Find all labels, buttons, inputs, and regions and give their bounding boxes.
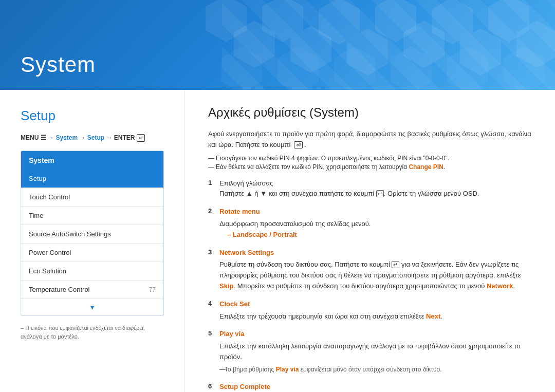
main-content: Setup MENU ☰ → System → Setup → ENTER ↵ …: [0, 90, 555, 392]
step-6-num: 6: [208, 382, 219, 390]
step-3-title: Network Settings: [219, 248, 532, 258]
skip-link[interactable]: Skip: [219, 282, 233, 290]
step-6-title: Setup Complete: [219, 382, 532, 392]
nav-item-setup[interactable]: Setup: [21, 170, 163, 188]
step-5-num: 5: [208, 329, 219, 337]
step-2-num: 2: [208, 207, 219, 215]
play-via-note-link[interactable]: Play via: [276, 366, 299, 373]
step-2-text: Διαμόρφωση προσανατολισμού της σελίδας μ…: [219, 219, 532, 230]
content-heading: Αρχικές ρυθμίσεις (System): [208, 105, 532, 120]
breadcrumb-enter: ENTER ↵: [114, 134, 145, 141]
step-4: 4 Clock Set Επιλέξτε την τρέχουσα ημερομ…: [208, 299, 532, 322]
nav-item-eco-solution[interactable]: Eco Solution: [21, 262, 163, 281]
step-6-content: Setup Complete Congratulations! Setup is…: [219, 382, 532, 392]
change-pin-link[interactable]: Change PIN: [409, 163, 443, 171]
step-4-text: Επιλέξτε την τρέχουσα ημερομηνία και ώρα…: [219, 311, 532, 322]
step-3: 3 Network Settings Ρυθμίστε τη σύνδεση τ…: [208, 248, 532, 292]
step-3-text: Ρυθμίστε τη σύνδεση του δικτύου σας. Πατ…: [219, 259, 532, 291]
step-2-title: Rotate menu: [219, 207, 532, 217]
left-footnote: – Η εικόνα που εμφανίζεται ενδέχεται να …: [21, 324, 164, 341]
step-3-content: Network Settings Ρυθμίστε τη σύνδεση του…: [219, 248, 532, 292]
step-2: 2 Rotate menu Διαμόρφωση προσανατολισμού…: [208, 207, 532, 240]
step-6: 6 Setup Complete Congratulations! Setup …: [208, 382, 532, 392]
header-banner: System: [0, 0, 555, 90]
step-4-content: Clock Set Επιλέξτε την τρέχουσα ημερομην…: [219, 299, 532, 322]
step-5-note: Το βήμα ρύθμισης Play via εμφανίζεται μό…: [219, 365, 532, 375]
breadcrumb: MENU ☰ → System → Setup → ENTER ↵: [21, 134, 164, 141]
right-panel: Αρχικές ρυθμίσεις (System) Αφού ενεργοπο…: [185, 90, 555, 392]
step-3-num: 3: [208, 248, 219, 256]
next-link[interactable]: Next: [426, 312, 440, 320]
nav-item-touch-control[interactable]: Touch Control: [21, 188, 163, 207]
step-5: 5 Play via Επιλέξτε την κατάλληλη λειτου…: [208, 329, 532, 375]
nav-menu: System Setup Touch Control Time Source A…: [21, 151, 164, 316]
network-link[interactable]: Network: [487, 282, 513, 290]
breadcrumb-menu-icon: ☰: [41, 134, 48, 141]
step-2-sub: – Landscape / Portrait: [227, 230, 532, 240]
step-5-title: Play via: [219, 329, 532, 340]
step-5-text: Επιλέξτε την κατάλληλη λειτουργία αναπαρ…: [219, 341, 532, 363]
pin-note-1: Εισαγάγετε τον κωδικό PIN 4 ψηφίων. Ο πρ…: [208, 155, 532, 162]
step-2-content: Rotate menu Διαμόρφωση προσανατολισμού τ…: [219, 207, 532, 240]
nav-item-power-control[interactable]: Power Control: [21, 244, 163, 262]
breadcrumb-setup[interactable]: Setup: [87, 134, 104, 141]
breadcrumb-system[interactable]: System: [55, 134, 78, 141]
nav-item-time[interactable]: Time: [21, 207, 163, 225]
button-icon: ⏎: [294, 141, 303, 148]
pin-note-2: Εάν θέλετε να αλλάξετε τον κωδικό PIN, χ…: [208, 163, 532, 171]
steps-list: 1 Επιλογή γλώσσας Πατήστε ▲ ή ▼ και στη …: [208, 178, 532, 392]
step-1-text: Πατήστε ▲ ή ▼ και στη συνέχεια πατήστε τ…: [219, 189, 532, 199]
step-1: 1 Επιλογή γλώσσας Πατήστε ▲ ή ▼ και στη …: [208, 178, 532, 200]
nav-item-source-autoswitch[interactable]: Source AutoSwitch Settings: [21, 225, 163, 244]
step-4-num: 4: [208, 300, 219, 307]
step-1-num: 1: [208, 179, 219, 186]
left-panel: Setup MENU ☰ → System → Setup → ENTER ↵ …: [0, 90, 185, 392]
nav-menu-header: System: [21, 151, 163, 170]
nav-scroll-down[interactable]: ▾: [21, 299, 163, 315]
hex-decoration: [195, 0, 555, 90]
intro-text: Αφού ενεργοποιήσετε το προϊόν για πρώτη …: [208, 129, 532, 151]
nav-item-temperature-control[interactable]: Temperature Control 77: [21, 281, 163, 299]
section-title: Setup: [21, 108, 164, 124]
step-4-title: Clock Set: [219, 299, 532, 310]
step-5-content: Play via Επιλέξτε την κατάλληλη λειτουργ…: [219, 329, 532, 375]
breadcrumb-menu: MENU: [21, 134, 39, 141]
step-1-label: Επιλογή γλώσσας: [219, 178, 532, 189]
page-title: System: [21, 52, 96, 77]
step-1-content: Επιλογή γλώσσας Πατήστε ▲ ή ▼ και στη συ…: [219, 178, 532, 200]
